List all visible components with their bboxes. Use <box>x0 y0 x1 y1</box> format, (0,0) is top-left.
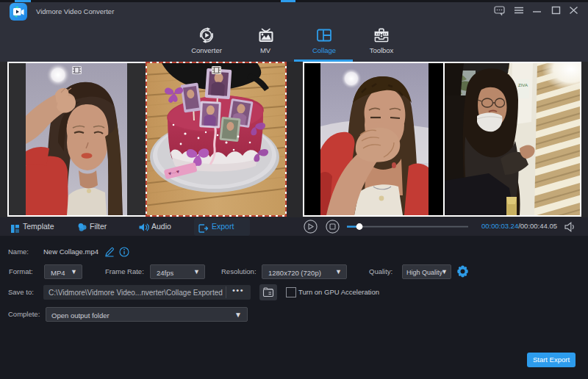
svg-text:ZIVA: ZIVA <box>518 83 528 87</box>
